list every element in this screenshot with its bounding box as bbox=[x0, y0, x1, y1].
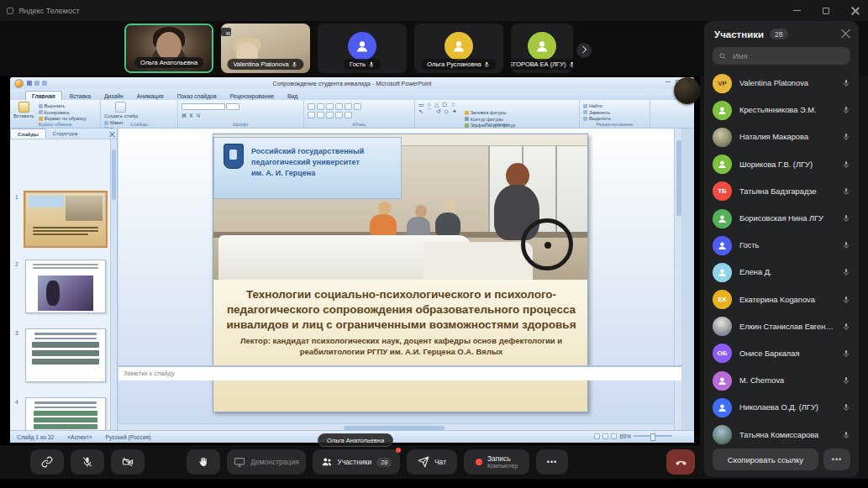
video-tile[interactable]: Ольга Руслановна bbox=[414, 24, 503, 73]
participant-row[interactable]: ОБОнисе Баркалая bbox=[704, 340, 859, 367]
scrollbar-thumb[interactable] bbox=[344, 426, 445, 430]
mic-icon[interactable] bbox=[842, 241, 850, 249]
mic-icon[interactable] bbox=[842, 323, 850, 331]
format-painter-button[interactable]: Формат по образцу bbox=[39, 116, 87, 121]
participants-button[interactable]: Участники28 bbox=[313, 449, 400, 475]
participant-row[interactable]: Шорикова Г.В. (ЛГУ) bbox=[704, 151, 859, 178]
find-button[interactable]: Найти bbox=[583, 103, 611, 108]
list-buttons[interactable] bbox=[308, 103, 411, 110]
slide-thumbnail-4[interactable] bbox=[25, 397, 106, 430]
mic-toggle-button[interactable] bbox=[71, 449, 104, 475]
scrollbar-thumb[interactable] bbox=[112, 150, 116, 200]
participant-row[interactable]: Наталия Макарова bbox=[704, 123, 859, 150]
mic-icon[interactable] bbox=[842, 160, 850, 169]
scrollbar-thumb[interactable] bbox=[676, 140, 681, 216]
search-box[interactable] bbox=[713, 47, 850, 65]
tab-slides[interactable]: Слайды bbox=[10, 129, 46, 139]
share-screen-button[interactable]: Демонстрация bbox=[227, 449, 306, 475]
view-toggle-icon[interactable] bbox=[221, 28, 231, 36]
save-icon[interactable] bbox=[27, 81, 32, 86]
tab-design[interactable]: Дизайн bbox=[98, 92, 129, 100]
replace-button[interactable]: Заменить bbox=[583, 110, 611, 115]
font-size-select[interactable] bbox=[226, 103, 239, 110]
shape-fill-button[interactable]: Заливка фигуры bbox=[465, 110, 516, 115]
paste-button[interactable]: Вставить bbox=[13, 102, 34, 118]
mic-icon[interactable] bbox=[842, 79, 850, 87]
copy-link-button[interactable]: Скопировать ссылку bbox=[713, 449, 818, 470]
participant-row[interactable]: Гость bbox=[704, 232, 859, 259]
participant-row[interactable]: Николаева О.Д. (ЛГУ) bbox=[704, 394, 859, 421]
mic-icon[interactable] bbox=[842, 376, 850, 385]
office-button[interactable] bbox=[14, 79, 24, 88]
participant-row[interactable]: Борисовская Нина ЛГУ bbox=[704, 205, 859, 232]
tab-outline[interactable]: Структура bbox=[46, 129, 84, 139]
view-normal-icon[interactable] bbox=[594, 433, 600, 439]
slide-thumbnail-2[interactable] bbox=[25, 260, 106, 313]
video-tile[interactable]: Гость bbox=[318, 24, 407, 73]
mic-icon[interactable] bbox=[842, 106, 850, 114]
zoom-slider[interactable] bbox=[634, 435, 672, 437]
record-button[interactable]: ЗаписьКомпьютер bbox=[464, 449, 529, 475]
mic-icon[interactable] bbox=[842, 214, 850, 223]
participant-row[interactable]: ТБТатьяна Бадзгарадзе bbox=[704, 178, 859, 205]
mic-icon[interactable] bbox=[842, 133, 850, 141]
font-name-select[interactable] bbox=[181, 103, 225, 110]
participant-row[interactable]: Крестьянникова Э.М. bbox=[704, 97, 859, 123]
view-slideshow-icon[interactable] bbox=[611, 433, 617, 439]
mic-icon[interactable] bbox=[842, 187, 850, 196]
tab-view[interactable]: Вид bbox=[281, 92, 303, 100]
tab-animation[interactable]: Анимация bbox=[131, 92, 170, 100]
copy-button[interactable]: Копировать bbox=[39, 110, 87, 115]
mic-icon[interactable] bbox=[842, 296, 850, 304]
mic-icon[interactable] bbox=[842, 431, 850, 439]
video-tile[interactable]: Valentina Platonova bbox=[221, 24, 310, 73]
participant-row[interactable]: Татьяна Комиссарова bbox=[704, 421, 859, 448]
ppt-minimize-icon[interactable] bbox=[665, 81, 671, 83]
panel-more-button[interactable]: ••• bbox=[823, 449, 850, 470]
align-buttons[interactable] bbox=[308, 112, 411, 118]
tab-insert[interactable]: Вставка bbox=[64, 92, 97, 100]
participant-row[interactable]: Елкин Станислав Евгеньевич bbox=[704, 313, 859, 340]
copy-link-toolbar-button[interactable] bbox=[30, 449, 64, 475]
view-sorter-icon[interactable] bbox=[602, 433, 608, 439]
camera-toggle-button[interactable] bbox=[111, 449, 145, 475]
search-input[interactable] bbox=[731, 51, 844, 61]
sidebar-close-icon[interactable] bbox=[109, 131, 114, 136]
redo-icon[interactable] bbox=[42, 81, 47, 86]
mic-icon[interactable] bbox=[842, 268, 850, 276]
filmstrip-next-button[interactable] bbox=[576, 43, 592, 58]
new-slide-button[interactable]: Создать слайд bbox=[104, 102, 138, 118]
shape-outline-button[interactable]: Контур фигуры bbox=[465, 117, 516, 122]
close-icon[interactable] bbox=[851, 7, 860, 15]
slide-thumbnail-3[interactable] bbox=[25, 328, 106, 382]
participant-row[interactable]: ЕКЕкатерина Koganova bbox=[704, 286, 859, 313]
font-style-buttons[interactable]: Ж К Ч bbox=[181, 113, 300, 118]
shapes-gallery[interactable]: ▭ ○ △ ⬠ ☆⇖ ⌒ ↺ ◇ ✦ bbox=[418, 102, 458, 114]
editor-vscrollbar[interactable] bbox=[674, 129, 681, 430]
notes-pane[interactable]: Заметки к слайду bbox=[118, 365, 681, 380]
video-tile-speaker[interactable]: Ольга Анатольевна bbox=[124, 24, 213, 73]
toolbar-more-button[interactable]: ••• bbox=[536, 449, 568, 475]
chat-button[interactable]: Чат bbox=[407, 449, 457, 475]
quick-access-toolbar[interactable] bbox=[27, 81, 47, 86]
participant-row[interactable]: VPValentina Platonova bbox=[704, 70, 859, 97]
editor-hscrollbar[interactable] bbox=[118, 423, 681, 430]
tab-slideshow[interactable]: Показ слайдов bbox=[171, 92, 223, 100]
tab-review[interactable]: Рецензирование bbox=[224, 92, 280, 100]
video-tile[interactable]: ЕГОРОВА ЕА (ЛГУ) bbox=[511, 24, 573, 73]
select-button[interactable]: Выделить bbox=[583, 116, 611, 121]
tab-home[interactable]: Главная bbox=[25, 91, 62, 100]
mic-icon[interactable] bbox=[842, 349, 850, 358]
raise-hand-button[interactable] bbox=[187, 449, 220, 475]
hangup-button[interactable] bbox=[666, 449, 695, 475]
participant-row[interactable]: M. Chernova bbox=[704, 367, 859, 394]
sidebar-scrollbar[interactable] bbox=[110, 139, 117, 430]
maximize-icon[interactable] bbox=[823, 8, 829, 14]
panel-close-icon[interactable] bbox=[841, 29, 850, 38]
slide-thumbnail-1[interactable] bbox=[25, 192, 106, 246]
mic-icon[interactable] bbox=[842, 403, 850, 412]
minimize-icon[interactable] bbox=[793, 10, 801, 12]
participant-row[interactable]: Елена Д. bbox=[704, 259, 859, 286]
cut-button[interactable]: Вырезать bbox=[39, 103, 87, 108]
undo-icon[interactable] bbox=[34, 81, 39, 86]
